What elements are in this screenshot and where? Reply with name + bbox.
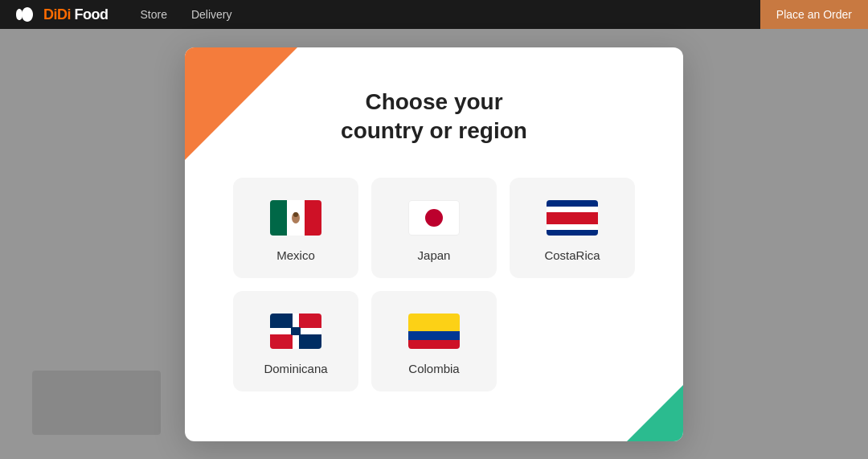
countries-row-2: Dominicana Colombia — [233, 291, 635, 391]
logo: DiDi Food — [16, 6, 108, 23]
costarica-label: CostaRica — [544, 248, 600, 262]
logo-text: DiDi Food — [43, 6, 108, 23]
flag-costarica-icon — [547, 200, 598, 236]
flag-colombia-icon — [408, 314, 460, 349]
navbar: DiDi Food Store Delivery Place an Order — [0, 0, 868, 29]
svg-point-1 — [293, 212, 298, 217]
colombia-label: Colombia — [408, 362, 459, 375]
modal-overlay: Choose yourcountry or region — [0, 29, 868, 459]
country-modal: Choose yourcountry or region — [185, 47, 683, 441]
japan-label: Japan — [418, 248, 451, 262]
dominicana-label: Dominicana — [264, 362, 327, 375]
nav-store[interactable]: Store — [140, 8, 166, 21]
didi-logo-icon — [16, 7, 39, 22]
japan-circle — [425, 209, 443, 227]
country-empty — [510, 291, 635, 391]
country-costarica[interactable]: CostaRica — [510, 178, 635, 278]
modal-body: Choose yourcountry or region — [185, 47, 683, 432]
modal-title: Choose yourcountry or region — [233, 88, 635, 146]
mexico-label: Mexico — [276, 248, 315, 262]
country-japan[interactable]: Japan — [371, 178, 497, 278]
mexico-eagle-icon — [290, 211, 301, 225]
country-dominicana[interactable]: Dominicana — [233, 291, 358, 391]
nav-delivery[interactable]: Delivery — [191, 8, 232, 21]
flag-dominicana-icon — [270, 314, 321, 349]
flag-japan-icon — [408, 200, 460, 236]
country-mexico[interactable]: Mexico — [233, 178, 358, 278]
flag-mexico-icon — [270, 200, 321, 236]
country-colombia[interactable]: Colombia — [371, 291, 497, 391]
navbar-links: Store Delivery — [140, 8, 852, 21]
place-order-button[interactable]: Place an Order — [760, 0, 868, 29]
countries-row-1: Mexico Japan — [233, 178, 635, 278]
